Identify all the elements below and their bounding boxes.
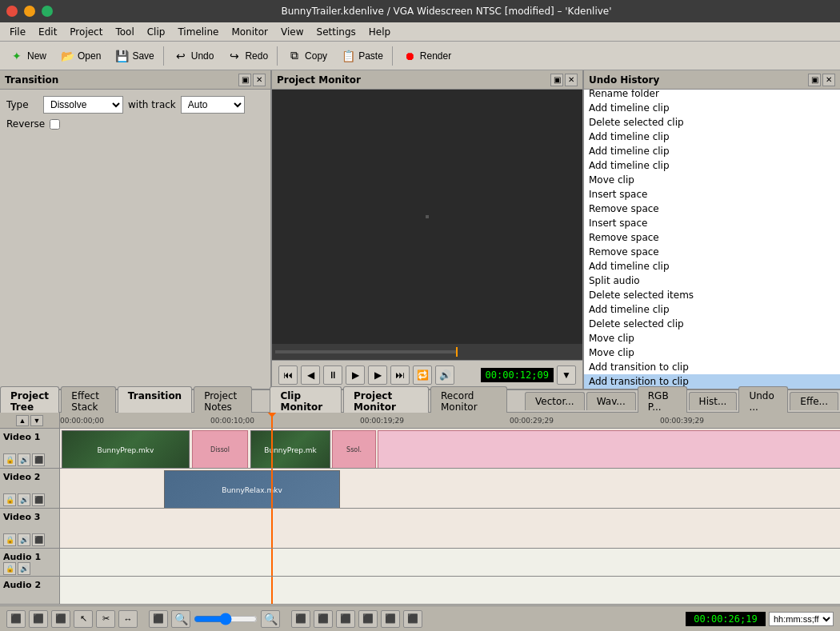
tab-transition[interactable]: Transition xyxy=(118,386,192,416)
tl-select-tool-button[interactable]: ↖ xyxy=(74,610,93,628)
track-video2-composite-button[interactable]: ⬛ xyxy=(32,493,45,506)
undo-item[interactable]: Remove space xyxy=(584,202,840,216)
undo-button[interactable]: ↩ Undo xyxy=(167,45,220,67)
monitor-stop-button[interactable]: ⏸ xyxy=(323,365,342,385)
timeline-ruler[interactable]: 00:00:00;00 00:00:10;00 00:00:19;29 00:0… xyxy=(60,413,840,428)
track-video3-composite-button[interactable]: ⬛ xyxy=(32,533,45,546)
undo-item[interactable]: Add timeline clip xyxy=(584,302,840,317)
menu-monitor[interactable]: Monitor xyxy=(225,25,274,39)
tl-extract-button[interactable]: ⬛ xyxy=(29,610,48,628)
undo-item[interactable]: Move clip xyxy=(584,331,840,345)
undo-item[interactable]: Insert space xyxy=(584,187,840,202)
track-video3-mute-button[interactable]: 🔊 xyxy=(18,533,30,546)
transition-type-select[interactable]: Dissolve Wipe Slide Push xyxy=(43,96,123,114)
project-monitor-close-button[interactable]: ✕ xyxy=(565,74,578,86)
render-button[interactable]: ⏺ Render xyxy=(396,45,457,67)
clip-pink-2[interactable]: Ssol. xyxy=(332,430,376,468)
undo-item[interactable]: Add timeline clip xyxy=(584,259,840,274)
undo-item[interactable]: Remove space xyxy=(584,245,840,259)
track-audio1-content[interactable] xyxy=(60,549,840,576)
monitor-timecode-toggle[interactable]: ▼ xyxy=(557,365,576,385)
menu-file[interactable]: File xyxy=(3,25,32,39)
reverse-checkbox[interactable] xyxy=(50,119,60,130)
undo-item[interactable]: Delete selected items xyxy=(584,288,840,302)
undo-item[interactable]: Add transition to clip xyxy=(584,360,840,374)
collapse-tracks-button[interactable]: ▲ xyxy=(16,415,29,426)
undo-item[interactable]: Insert space xyxy=(584,216,840,230)
tl-zoom-in-button[interactable]: 🔍 xyxy=(261,610,280,628)
tab-histogram[interactable]: Hist... xyxy=(689,392,738,410)
tab-rgb-parade[interactable]: RGB P... xyxy=(638,386,687,416)
undo-item[interactable]: Add timeline clip xyxy=(584,101,840,115)
menu-clip[interactable]: Clip xyxy=(141,25,172,39)
track-video2-lock-button[interactable]: 🔒 xyxy=(3,493,16,506)
paste-button[interactable]: 📋 Paste xyxy=(334,45,389,67)
monitor-next-frame-button[interactable]: ▶ xyxy=(368,365,387,385)
tl-transport-btn-2[interactable]: ⬛ xyxy=(314,610,333,628)
undo-item[interactable]: Move clip xyxy=(584,345,840,360)
tab-project-tree[interactable]: Project Tree xyxy=(0,386,59,416)
tl-timecode-format-select[interactable]: hh:mm:ss;ff xyxy=(769,612,834,626)
menu-settings[interactable]: Settings xyxy=(310,25,362,39)
tab-effects[interactable]: Effe... xyxy=(790,392,838,410)
undo-item[interactable]: Add timeline clip xyxy=(584,144,840,158)
undo-item[interactable]: Move clip xyxy=(584,173,840,187)
tab-project-monitor[interactable]: Project Monitor xyxy=(343,386,429,416)
track-video2-mute-button[interactable]: 🔊 xyxy=(18,493,30,506)
undo-item[interactable]: Add timeline clip xyxy=(584,130,840,144)
tab-effect-stack[interactable]: Effect Stack xyxy=(61,386,116,416)
track-video3-content[interactable] xyxy=(60,509,840,548)
monitor-play-start-button[interactable]: ⏮ xyxy=(278,365,298,385)
expand-tracks-button[interactable]: ▼ xyxy=(30,415,43,426)
undo-panel-float-button[interactable]: ▣ xyxy=(808,74,821,86)
redo-button[interactable]: ↪ Redo xyxy=(221,45,274,67)
maximize-button[interactable] xyxy=(42,6,53,17)
tl-zoom-slider[interactable] xyxy=(194,613,258,625)
undo-panel-close-button[interactable]: ✕ xyxy=(822,74,835,86)
clip-bunnyrelax[interactable]: BunnyRelax.mkv xyxy=(164,470,340,508)
undo-item[interactable]: Rename folder xyxy=(584,90,840,101)
track-video1-lock-button[interactable]: 🔒 xyxy=(3,453,16,466)
undo-item[interactable]: Add transition to clip xyxy=(584,374,840,389)
track-audio1-mute-button[interactable]: 🔊 xyxy=(18,562,30,575)
new-button[interactable]: ✦ New xyxy=(3,45,52,67)
undo-item[interactable]: Add timeline clip xyxy=(584,158,840,173)
tl-transport-btn-1[interactable]: ⬛ xyxy=(291,610,310,628)
clip-bunnyprep-1[interactable]: BunnyPrep.mkv xyxy=(62,430,190,468)
tl-zoom-out-button[interactable]: 🔍 xyxy=(171,610,190,628)
monitor-prev-frame-button[interactable]: ◀ xyxy=(301,365,320,385)
menu-project[interactable]: Project xyxy=(63,25,109,39)
monitor-loop-button[interactable]: 🔁 xyxy=(413,365,432,385)
clip-bunnyprep-2[interactable]: BunnyPrep.mk xyxy=(250,430,330,468)
tl-cut-tool-button[interactable]: ✂ xyxy=(96,610,115,628)
tab-vectorscope[interactable]: Vector... xyxy=(525,392,585,410)
monitor-play-button[interactable]: ▶ xyxy=(346,365,365,385)
tab-record-monitor[interactable]: Record Monitor xyxy=(430,386,507,416)
project-monitor-float-button[interactable]: ▣ xyxy=(550,74,563,86)
tl-insert-button[interactable]: ⬛ xyxy=(51,610,70,628)
track-audio2-content[interactable] xyxy=(60,577,840,604)
undo-item[interactable]: Delete selected clip xyxy=(584,317,840,331)
clip-transition-overlay[interactable]: Dissol xyxy=(192,430,248,468)
track-video3-lock-button[interactable]: 🔒 xyxy=(3,533,16,546)
tl-transport-btn-5[interactable]: ⬛ xyxy=(381,610,400,628)
menu-view[interactable]: View xyxy=(274,25,310,39)
transition-close-button[interactable]: ✕ xyxy=(253,74,266,86)
menu-edit[interactable]: Edit xyxy=(32,25,63,39)
track-audio1-lock-button[interactable]: 🔒 xyxy=(3,562,16,575)
track-video1-mute-button[interactable]: 🔊 xyxy=(18,453,30,466)
tl-group-button[interactable]: ⬛ xyxy=(149,610,168,628)
tab-waveform[interactable]: Wav... xyxy=(586,392,636,410)
menu-tool[interactable]: Tool xyxy=(109,25,140,39)
tl-transport-btn-4[interactable]: ⬛ xyxy=(358,610,378,628)
monitor-play-end-button[interactable]: ⏭ xyxy=(390,365,410,385)
tab-clip-monitor[interactable]: Clip Monitor xyxy=(270,386,342,416)
menu-timeline[interactable]: Timeline xyxy=(171,25,225,39)
menu-help[interactable]: Help xyxy=(362,25,397,39)
tl-transport-btn-6[interactable]: ⬛ xyxy=(403,610,422,628)
tab-undo-history[interactable]: Undo ... xyxy=(738,386,788,416)
save-button[interactable]: 💾 Save xyxy=(108,45,159,67)
undo-item[interactable]: Remove space xyxy=(584,230,840,245)
open-button[interactable]: 📂 Open xyxy=(54,45,106,67)
clip-pink-fill[interactable] xyxy=(378,430,840,468)
